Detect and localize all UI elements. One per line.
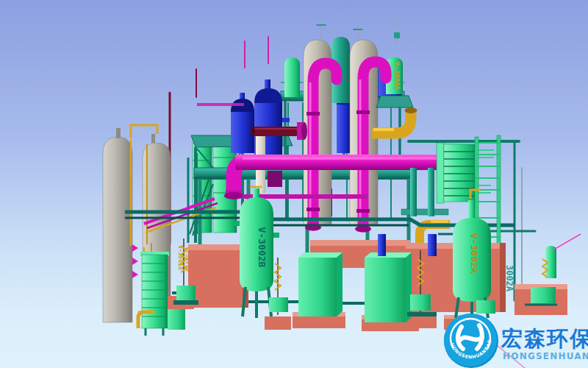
vessel-v3002a-label: V-3002A	[469, 233, 480, 274]
vessel-v3002a-tag: 3002A	[504, 265, 514, 292]
plant-render: V-3001A V-3001B	[0, 0, 588, 368]
top-exchanger-label: V-3004A	[393, 62, 401, 91]
logo-name-zh: 宏森环保	[501, 326, 588, 351]
3d-model-viewport[interactable]: V-3001A V-3001B	[0, 0, 588, 368]
tank-a-label: V-3001A	[177, 245, 184, 270]
vessel-v3002b-label: V-3002B	[257, 227, 268, 268]
logo-name-en: HONGSENHUANBAO	[503, 351, 588, 361]
